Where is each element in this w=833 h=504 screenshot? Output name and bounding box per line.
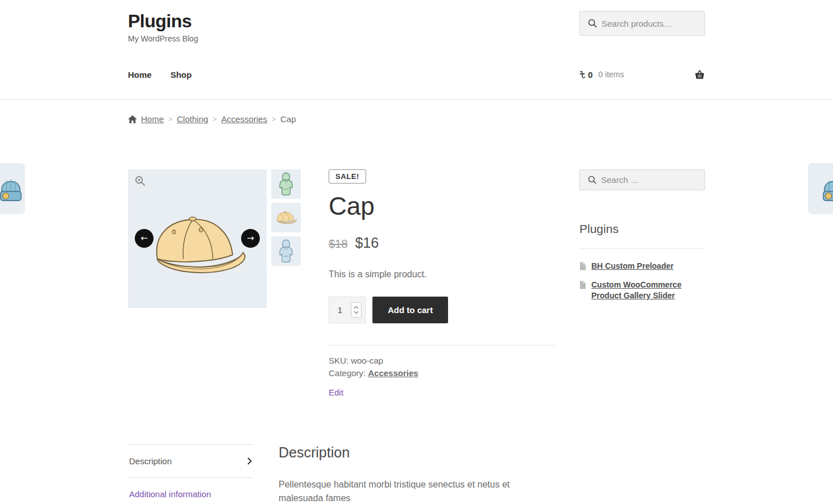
header-search-box[interactable]	[579, 11, 705, 36]
tab-label: Description	[129, 456, 172, 466]
gallery-thumbnails	[271, 169, 301, 398]
list-item: BH Custom Preloader	[579, 261, 705, 272]
quantity-input[interactable]	[329, 297, 351, 323]
breadcrumb: Home > Clothing > Accessories > Cap	[0, 114, 833, 124]
description-panel: Description Pellentesque habitant morbi …	[279, 444, 554, 504]
header-cart-link[interactable]: 0 0 items	[579, 69, 705, 80]
product-meta: SKU: woo-cap Category: Accessories	[329, 355, 554, 380]
breadcrumb-separator: >	[272, 115, 276, 123]
cap-thumb-image	[273, 209, 299, 227]
sidebar-search-box[interactable]	[579, 169, 705, 190]
sidebar-search-input[interactable]	[601, 175, 698, 185]
sku-value: woo-cap	[351, 356, 383, 365]
plugins-list: BH Custom Preloader Custom WooCommerce P…	[579, 261, 705, 301]
regular-price: $18	[329, 238, 347, 251]
tabs-list: Description Additional information	[128, 444, 253, 504]
product-summary: SALE! Cap $18 $16 This is a simple produ…	[329, 169, 554, 398]
site-header: Plugins My WordPress Blog Home Shop 0	[0, 0, 833, 100]
products-search-input[interactable]	[602, 19, 698, 28]
plugin-link-gallery-slider[interactable]: Custom WooCommerce Product Gallery Slide…	[591, 280, 705, 301]
gallery-next-button[interactable]: →	[241, 229, 260, 248]
tab-label: Additional information	[129, 489, 211, 499]
summary-divider	[329, 345, 554, 345]
quantity-stepper[interactable]	[351, 302, 362, 318]
hoodie-blue-image	[276, 239, 296, 264]
list-item: Custom WooCommerce Product Gallery Slide…	[579, 280, 705, 301]
cart-items-count: 0 items	[598, 70, 624, 79]
site-branding[interactable]: Plugins My WordPress Blog	[128, 11, 198, 43]
document-icon	[579, 281, 586, 289]
cart-amount: 0	[588, 70, 592, 80]
short-description: This is a simple product.	[329, 269, 554, 280]
product-main-column: ← →	[128, 169, 554, 504]
thumbnail-cap[interactable]	[271, 203, 301, 232]
category-row: Category: Accessories	[329, 367, 554, 380]
breadcrumb-current: Cap	[280, 114, 296, 124]
basket-icon	[694, 69, 705, 80]
document-icon	[579, 262, 586, 270]
chevron-up-icon[interactable]	[354, 306, 359, 309]
product-gallery: ← →	[128, 169, 301, 398]
thumbnail-hoodie-green[interactable]	[271, 169, 301, 199]
sale-badge: SALE!	[329, 169, 366, 184]
category-link[interactable]: Accessories	[368, 368, 418, 378]
cart-total: 0 0 items	[579, 70, 624, 80]
add-to-cart-form: Add to cart	[329, 297, 554, 323]
breadcrumb-separator: >	[168, 115, 172, 123]
breadcrumb-item-accessories[interactable]: Accessories	[221, 114, 267, 124]
add-to-cart-button[interactable]: Add to cart	[372, 297, 448, 323]
quantity-field[interactable]	[329, 297, 366, 323]
chevron-down-icon[interactable]	[354, 311, 359, 314]
primary-navigation: Home Shop	[128, 70, 192, 80]
plugin-link-bh-custom-preloader[interactable]: BH Custom Preloader	[591, 261, 674, 272]
site-tagline: My WordPress Blog	[128, 34, 198, 43]
cap-product-image	[138, 205, 257, 285]
thumbnail-hoodie-blue[interactable]	[271, 236, 301, 266]
category-label: Category:	[329, 368, 366, 378]
gallery-prev-button[interactable]: ←	[135, 229, 154, 248]
price-row: $18 $16	[329, 235, 554, 251]
beanie-image	[0, 172, 24, 205]
sale-price: $16	[355, 235, 379, 251]
site-title[interactable]: Plugins	[128, 11, 198, 32]
breadcrumb-separator: >	[213, 115, 217, 123]
nav-item-shop[interactable]: Shop	[171, 70, 192, 80]
product-title: Cap	[329, 194, 554, 219]
panel-heading: Description	[279, 444, 554, 461]
breadcrumb-item-clothing[interactable]: Clothing	[177, 114, 208, 124]
zoom-icon[interactable]	[135, 176, 146, 186]
product-tabs-section: Description Additional information Descr…	[128, 444, 554, 504]
widget-divider	[579, 248, 705, 249]
home-icon	[128, 115, 137, 123]
product-page: Plugins My WordPress Blog Home Shop 0	[0, 0, 833, 504]
nav-item-home[interactable]: Home	[128, 70, 152, 80]
edit-link[interactable]: Edit	[329, 388, 343, 397]
beanie-image	[820, 172, 833, 205]
breadcrumb-item[interactable]: Home	[141, 114, 164, 124]
panel-body: Pellentesque habitant morbi tristique se…	[279, 478, 554, 504]
plugins-widget-title: Plugins	[579, 222, 705, 236]
hoodie-green-image	[276, 172, 296, 197]
search-icon	[588, 176, 596, 184]
breadcrumb-home-link[interactable]: Home	[128, 114, 164, 124]
product-main-image[interactable]: ← →	[128, 169, 267, 308]
sku-label: SKU:	[329, 356, 349, 365]
tab-description[interactable]: Description	[128, 444, 253, 477]
chevron-right-icon	[247, 457, 252, 465]
carousel-peek-card-right[interactable]	[808, 163, 833, 214]
sidebar: Plugins BH Custom Preloader Custom WooCo…	[579, 169, 705, 504]
search-icon	[588, 19, 597, 28]
sku-row: SKU: woo-cap	[329, 355, 554, 367]
taka-currency-icon	[579, 70, 586, 79]
tab-additional-information[interactable]: Additional information	[128, 477, 253, 504]
carousel-peek-card-left[interactable]	[0, 163, 25, 214]
